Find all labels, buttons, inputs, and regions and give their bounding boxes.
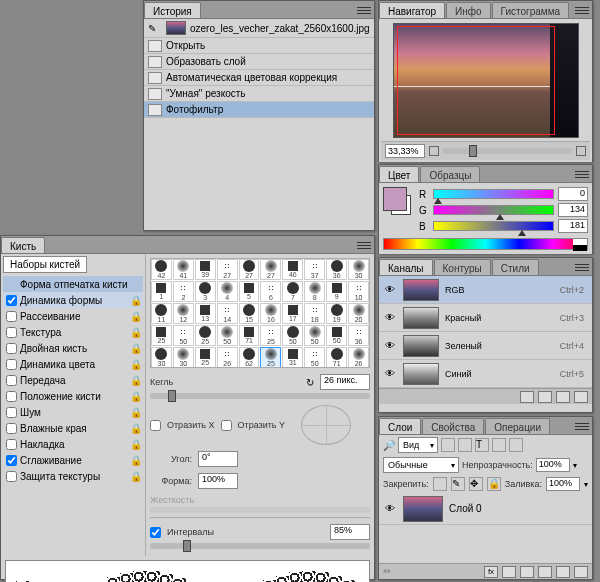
blend-mode-dropdown[interactable]: Обычные [383, 457, 459, 473]
color-value-input[interactable]: 134 [558, 203, 588, 217]
brush-tip-cell[interactable]: 7 [282, 281, 303, 302]
brush-size-input[interactable]: 26 пикс. [320, 374, 370, 390]
brush-tip-cell[interactable]: 37 [304, 259, 325, 280]
brush-tip-cell[interactable]: 25 [195, 347, 216, 368]
brush-tip-cell[interactable]: 10 [348, 281, 369, 302]
brush-tip-cell[interactable]: 25 [260, 325, 281, 346]
brush-tip-cell[interactable]: 50 [326, 325, 347, 346]
panel-menu-icon[interactable] [357, 4, 371, 16]
layer-name[interactable]: Слой 0 [449, 503, 482, 514]
brush-tip-cell[interactable]: 8 [304, 281, 325, 302]
brush-tip-cell[interactable]: 50 [282, 325, 303, 346]
brush-option[interactable]: Накладка🔒 [3, 436, 143, 452]
group-icon[interactable] [538, 566, 552, 578]
spacing-checkbox[interactable] [150, 527, 161, 538]
angle-dial[interactable] [301, 405, 351, 445]
layer-filter-kind[interactable]: Вид [398, 437, 438, 453]
brush-tip-cell[interactable]: 71 [239, 325, 260, 346]
spacing-slider-thumb[interactable] [183, 540, 191, 552]
brush-tip-cell[interactable]: 50 [304, 347, 325, 368]
fx-icon[interactable]: fx [484, 566, 498, 578]
channel-row[interactable]: 👁 Зеленый Ctrl+4 [379, 332, 592, 360]
brush-tip-cell[interactable]: 27 [239, 259, 260, 280]
chevron-down-icon[interactable]: ▾ [584, 480, 588, 489]
save-selection-icon[interactable] [538, 391, 552, 403]
brush-tip-cell[interactable]: 17 [282, 303, 303, 324]
brush-option[interactable]: Рассеивание🔒 [3, 308, 143, 324]
history-tab[interactable]: История [144, 2, 201, 18]
color-value-input[interactable]: 181 [558, 219, 588, 233]
flip-x-checkbox[interactable] [150, 420, 161, 431]
flip-reset-icon[interactable]: ↻ [306, 377, 314, 388]
lock-all-icon[interactable]: 🔒 [487, 477, 501, 491]
layer-row[interactable]: 👁 Слой 0 [379, 493, 592, 525]
tab-swatches[interactable]: Образцы [420, 166, 480, 182]
brush-option-checkbox[interactable] [6, 375, 17, 386]
brush-tip-cell[interactable]: 9 [326, 281, 347, 302]
brush-tip-cell[interactable]: 41 [173, 259, 194, 280]
zoom-slider-thumb[interactable] [469, 145, 477, 157]
brush-option[interactable]: Динамика цвета🔒 [3, 356, 143, 372]
visibility-eye-icon[interactable]: 👁 [383, 311, 397, 325]
filter-type-icon[interactable]: T [475, 438, 489, 452]
history-step[interactable]: Открыть [144, 38, 374, 54]
brush-option-checkbox[interactable] [6, 423, 17, 434]
color-slider-G[interactable] [433, 205, 554, 215]
brush-tip-grid[interactable]: 4241392727274637363012345678910111213141… [150, 258, 370, 368]
brush-tip-cell[interactable]: 20 [348, 303, 369, 324]
brush-tip-cell[interactable]: 46 [282, 259, 303, 280]
navigator-preview[interactable] [393, 23, 579, 138]
history-step[interactable]: "Умная" резкость [144, 86, 374, 102]
angle-input[interactable]: 0° [198, 451, 238, 467]
brush-tip-cell[interactable]: 18 [304, 303, 325, 324]
tab-info[interactable]: Инфо [446, 2, 491, 18]
color-slider-B[interactable] [433, 221, 554, 231]
zoom-value-input[interactable]: 33,33% [385, 144, 425, 158]
brush-tip-cell[interactable]: 62 [239, 347, 260, 368]
delete-channel-icon[interactable] [574, 391, 588, 403]
adjustment-icon[interactable] [520, 566, 534, 578]
brush-tip-cell[interactable]: 14 [217, 303, 238, 324]
spectrum-bw-icon[interactable] [573, 239, 587, 251]
visibility-eye-icon[interactable]: 👁 [383, 283, 397, 297]
panel-menu-icon[interactable] [575, 168, 589, 180]
slider-thumb[interactable] [518, 230, 526, 236]
roundness-input[interactable]: 100% [198, 473, 238, 489]
color-value-input[interactable]: 0 [558, 187, 588, 201]
slider-thumb[interactable] [434, 198, 442, 204]
brush-tip-cell[interactable]: 30 [348, 259, 369, 280]
brush-tip-cell[interactable]: 30 [151, 347, 172, 368]
size-slider-thumb[interactable] [168, 390, 176, 402]
brush-option-checkbox[interactable] [6, 311, 17, 322]
history-source-row[interactable]: ✎ ozero_les_vecher_zakat_2560x1600.jpg [144, 19, 374, 38]
brush-tip-cell[interactable]: 25 [260, 347, 281, 368]
brush-tip-cell[interactable]: 71 [326, 347, 347, 368]
brush-option-checkbox[interactable] [6, 439, 17, 450]
brush-option[interactable]: Динамика формы🔒 [3, 292, 143, 308]
brush-option[interactable]: Сглаживание🔒 [3, 452, 143, 468]
delete-layer-icon[interactable] [574, 566, 588, 578]
tab-brush[interactable]: Кисть [1, 237, 45, 253]
brush-option[interactable]: Влажные края🔒 [3, 420, 143, 436]
brush-option-checkbox[interactable] [6, 471, 17, 482]
brush-option[interactable]: Защита текстуры🔒 [3, 468, 143, 484]
brush-tip-cell[interactable]: 30 [173, 347, 194, 368]
spacing-slider[interactable] [150, 543, 370, 549]
brush-tip-cell[interactable]: 19 [326, 303, 347, 324]
filter-adjust-icon[interactable] [458, 438, 472, 452]
brush-option[interactable]: Передача🔒 [3, 372, 143, 388]
chevron-down-icon[interactable]: ▾ [573, 461, 577, 470]
mask-icon[interactable] [502, 566, 516, 578]
filter-smart-icon[interactable] [509, 438, 523, 452]
brush-tip-cell[interactable]: 12 [173, 303, 194, 324]
panel-menu-icon[interactable] [575, 420, 589, 432]
opacity-input[interactable]: 100% [536, 458, 570, 472]
lock-transparent-icon[interactable] [433, 477, 447, 491]
brush-tip-cell[interactable]: 39 [195, 259, 216, 280]
lock-pixels-icon[interactable]: ✎ [451, 477, 465, 491]
brush-option[interactable]: Двойная кисть🔒 [3, 340, 143, 356]
brush-option[interactable]: Текстура🔒 [3, 324, 143, 340]
filter-pixel-icon[interactable] [441, 438, 455, 452]
brush-tip-cell[interactable]: 36 [326, 259, 347, 280]
brush-option-checkbox[interactable] [6, 455, 17, 466]
